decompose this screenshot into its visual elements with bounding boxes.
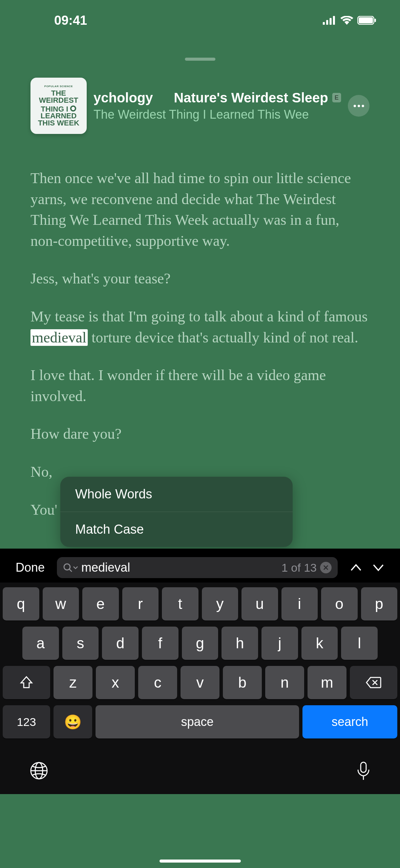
key-shift[interactable]	[3, 666, 50, 699]
battery-icon	[357, 16, 376, 25]
svg-rect-2	[330, 18, 332, 25]
svg-rect-6	[375, 19, 376, 22]
svg-point-7	[64, 564, 70, 570]
transcript-text: torture device that's actually kind of n…	[88, 329, 358, 346]
key-f[interactable]: f	[142, 627, 178, 660]
key-d[interactable]: d	[102, 627, 139, 660]
key-p[interactable]: p	[361, 587, 398, 620]
transcript-line[interactable]: Jess, what's your tease?	[30, 268, 370, 289]
keyboard-row: 123 😀 space search	[3, 705, 397, 738]
clear-button[interactable]	[320, 562, 332, 573]
key-emoji[interactable]: 😀	[54, 705, 92, 738]
transcript-text: My tease is that I'm going to talk about…	[30, 308, 367, 325]
key-o[interactable]: o	[321, 587, 358, 620]
search-nav	[344, 564, 390, 572]
wifi-icon	[340, 16, 353, 25]
key-q[interactable]: q	[3, 587, 39, 620]
key-h[interactable]: h	[222, 627, 258, 660]
cover-title: THEWEIRDESTTHING I LEARNEDTHIS WEEK	[38, 90, 79, 127]
done-button[interactable]: Done	[10, 560, 50, 575]
status-bar: 09:41	[0, 0, 400, 37]
emoji-icon: 😀	[64, 714, 82, 730]
key-j[interactable]: j	[261, 627, 298, 660]
search-highlight[interactable]: medieval	[30, 329, 88, 346]
svg-rect-0	[323, 22, 325, 25]
mic-icon[interactable]	[357, 762, 370, 781]
transcript-line[interactable]: I love that. I wonder if there will be a…	[30, 365, 370, 407]
cover-publisher: POPULAR SCIENCE	[44, 85, 73, 88]
key-g[interactable]: g	[182, 627, 218, 660]
key-t[interactable]: t	[162, 587, 198, 620]
more-button[interactable]	[348, 95, 370, 117]
key-space[interactable]: space	[96, 705, 299, 738]
key-r[interactable]: r	[122, 587, 159, 620]
key-n[interactable]: n	[265, 666, 304, 699]
chevron-down-icon	[73, 566, 78, 569]
key-123[interactable]: 123	[3, 705, 50, 738]
option-match-case[interactable]: Match Case	[60, 512, 293, 547]
keyboard-row: z x c v b n m	[3, 666, 397, 699]
transcript-line[interactable]: How dare you?	[30, 423, 370, 445]
svg-line-8	[69, 569, 72, 572]
search-icon[interactable]	[63, 563, 78, 572]
key-b[interactable]: b	[223, 666, 262, 699]
search-field[interactable]: 1 of 13	[57, 557, 338, 578]
status-time: 09:41	[54, 13, 87, 28]
key-e[interactable]: e	[82, 587, 119, 620]
search-toolbar: Done 1 of 13	[0, 553, 400, 583]
key-w[interactable]: w	[43, 587, 79, 620]
shift-icon	[20, 676, 33, 689]
episode-title-part: ychology	[93, 90, 153, 105]
key-x[interactable]: x	[96, 666, 135, 699]
close-icon	[323, 565, 329, 570]
keyboard-row: q w e r t y u i o p	[3, 587, 397, 620]
svg-rect-3	[333, 16, 335, 25]
svg-rect-16	[361, 762, 366, 772]
home-indicator[interactable]	[160, 860, 241, 863]
key-u[interactable]: u	[241, 587, 278, 620]
svg-rect-5	[359, 17, 373, 23]
key-z[interactable]: z	[54, 666, 92, 699]
key-y[interactable]: y	[202, 587, 238, 620]
key-i[interactable]: i	[281, 587, 318, 620]
header-titles: ychology Nature's Weirdest Sleep E The W…	[93, 90, 341, 122]
explicit-badge: E	[332, 93, 341, 102]
status-icons	[323, 16, 376, 25]
key-backspace[interactable]	[350, 666, 397, 699]
episode-title-part: Nature's Weirdest Sleep	[174, 90, 328, 105]
key-s[interactable]: s	[62, 627, 99, 660]
transcript-line[interactable]: Then once we've all had time to spin our…	[30, 168, 370, 251]
ellipsis-icon	[354, 105, 364, 107]
next-result-button[interactable]	[372, 564, 384, 572]
key-a[interactable]: a	[22, 627, 59, 660]
key-v[interactable]: v	[181, 666, 219, 699]
podcast-name[interactable]: The Weirdest Thing I Learned This Wee	[93, 107, 341, 122]
globe-icon[interactable]	[30, 762, 48, 780]
key-k[interactable]: k	[301, 627, 338, 660]
backspace-icon	[366, 677, 381, 688]
cellular-icon	[323, 16, 336, 25]
podcast-artwork[interactable]: POPULAR SCIENCE THEWEIRDESTTHING I LEARN…	[30, 78, 87, 134]
prev-result-button[interactable]	[350, 564, 362, 572]
search-input[interactable]	[81, 560, 278, 575]
svg-rect-1	[326, 20, 328, 25]
keyboard-bottom-row	[3, 745, 397, 781]
keyboard-row: a s d f g h j k l	[3, 627, 397, 660]
search-area: Done 1 of 13 q w e r t y u i o	[0, 549, 400, 794]
search-options-popup: Whole Words Match Case	[60, 477, 293, 547]
transcript[interactable]: Then once we've all had time to spin our…	[0, 134, 400, 520]
key-l[interactable]: l	[341, 627, 378, 660]
key-m[interactable]: m	[308, 666, 346, 699]
option-whole-words[interactable]: Whole Words	[60, 477, 293, 512]
key-search[interactable]: search	[302, 705, 397, 738]
search-result-count: 1 of 13	[281, 561, 317, 574]
player-header: POPULAR SCIENCE THEWEIRDESTTHING I LEARN…	[0, 78, 400, 134]
sheet-grabber[interactable]	[185, 58, 215, 61]
keyboard: q w e r t y u i o p a s d f g h j k l z	[0, 583, 400, 794]
transcript-line[interactable]: My tease is that I'm going to talk about…	[30, 306, 370, 348]
key-c[interactable]: c	[138, 666, 177, 699]
